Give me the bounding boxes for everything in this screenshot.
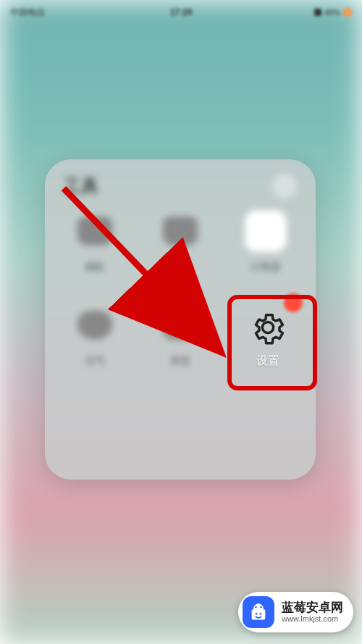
- watermark: 蓝莓安卓网 www.lmkjst.com: [238, 592, 353, 632]
- app-cell[interactable]: 计算器: [223, 210, 308, 294]
- status-dot-icon: [343, 8, 352, 17]
- app-icon: [77, 217, 112, 246]
- app-label: 天气: [85, 355, 105, 368]
- svg-point-3: [260, 606, 262, 609]
- app-icon: [77, 311, 112, 340]
- app-cell[interactable]: 相机: [52, 210, 138, 294]
- watermark-title: 蓝莓安卓网: [282, 601, 343, 615]
- gear-icon: [249, 309, 287, 346]
- status-bar: 中国电信 17:29 48%: [0, 0, 362, 25]
- battery-icon: [314, 9, 321, 16]
- watermark-url: www.lmkjst.com: [282, 614, 343, 624]
- status-carrier: 中国电信: [10, 7, 45, 19]
- svg-point-4: [256, 613, 258, 615]
- app-label: 相机: [85, 261, 105, 274]
- svg-point-2: [255, 606, 257, 609]
- app-cell[interactable]: 录音: [138, 304, 223, 388]
- svg-point-5: [260, 613, 262, 615]
- settings-label: 设置: [256, 354, 279, 369]
- app-label: 录音: [170, 355, 190, 368]
- app-icon: [245, 210, 287, 252]
- app-label: 图库: [170, 261, 190, 274]
- app-icon: [163, 311, 198, 340]
- battery-pct: 48%: [324, 8, 340, 17]
- status-right: 48%: [314, 8, 352, 17]
- app-label: 计算器: [251, 261, 281, 274]
- app-cell[interactable]: 天气: [52, 304, 138, 388]
- status-time: 17:29: [170, 7, 193, 17]
- watermark-logo-icon: [243, 596, 274, 628]
- close-icon[interactable]: [272, 174, 297, 198]
- settings-app[interactable]: 设置: [232, 299, 304, 377]
- notification-badge-icon: [284, 293, 303, 312]
- folder-title: 工具: [64, 175, 98, 198]
- app-icon: [163, 217, 198, 246]
- app-cell[interactable]: 图库: [138, 210, 223, 294]
